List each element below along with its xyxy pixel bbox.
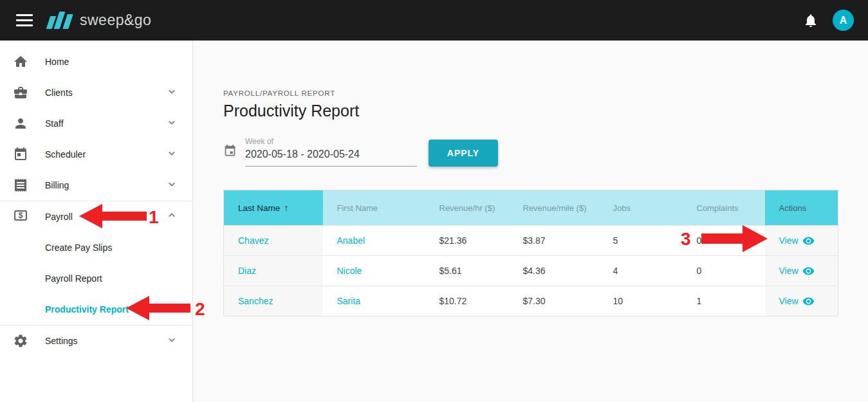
sidebar-item-label: Scheduler [45, 149, 86, 160]
topbar: sweep&go A [0, 0, 868, 41]
cell-revenue-hr: $10.72 [425, 286, 509, 316]
view-link[interactable]: View [779, 265, 815, 277]
sidebar-item-label: Create Pay Slips [45, 242, 112, 253]
cell-complaints: 0 [683, 256, 765, 286]
sort-ascending-icon: ↑ [284, 203, 288, 213]
sidebar-item-create-pay-slips[interactable]: Create Pay Slips [0, 232, 192, 263]
table-row: Diaz Nicole $5.61 $4.36 4 0 View [224, 256, 838, 286]
sidebar-item-label: Payroll Report [45, 273, 102, 284]
annotation-number-3: 3 [681, 229, 691, 250]
sidebar-item-label: Home [45, 57, 69, 67]
view-link[interactable]: View [779, 295, 815, 307]
eye-icon [802, 235, 815, 247]
apply-button[interactable]: APPLY [429, 140, 498, 167]
sidebar-item-settings[interactable]: Settings [0, 325, 192, 356]
breadcrumb: PAYROLL/PAYROLL REPORT [223, 89, 868, 97]
main-content: PAYROLL/PAYROLL REPORT Productivity Repo… [193, 41, 868, 402]
annotation-number-1: 1 [149, 207, 159, 228]
brand-name: sweep&go [80, 12, 151, 29]
chevron-up-icon [165, 209, 178, 224]
cell-first-name[interactable]: Sarita [323, 286, 425, 316]
cell-jobs: 10 [599, 286, 683, 316]
notifications-bell-icon[interactable] [803, 13, 818, 28]
logo-slashes-icon [48, 12, 73, 29]
column-header-first-name[interactable]: First Name [323, 190, 425, 226]
eye-icon [802, 265, 815, 277]
column-header-revenue-hr[interactable]: Revenue/hr ($) [425, 190, 509, 226]
cell-last-name[interactable]: Chavez [224, 226, 323, 256]
table-row: Sanchez Sarita $10.72 $7.30 10 1 View [224, 286, 838, 316]
chevron-down-icon [165, 147, 178, 162]
column-header-last-name[interactable]: Last Name↑ [224, 190, 323, 226]
sidebar-item-home[interactable]: Home [0, 46, 192, 77]
cell-revenue-mile: $7.30 [509, 286, 599, 316]
cell-actions: View [765, 226, 838, 256]
sidebar-item-payroll-report[interactable]: Payroll Report [0, 263, 192, 294]
sidebar-item-billing[interactable]: Billing [0, 170, 192, 201]
view-link[interactable]: View [779, 235, 815, 247]
cell-last-name[interactable]: Diaz [224, 256, 323, 286]
productivity-table: Last Name↑ First Name Revenue/hr ($) Rev… [223, 190, 838, 316]
annotation-number-2: 2 [195, 299, 205, 320]
eye-icon [802, 295, 815, 307]
sidebar-item-scheduler[interactable]: Scheduler [0, 139, 192, 170]
cell-first-name[interactable]: Nicole [323, 256, 425, 286]
cell-last-name[interactable]: Sanchez [224, 286, 323, 316]
home-icon [13, 54, 28, 69]
sidebar-item-label-active: Productivity Report [45, 304, 129, 315]
sidebar-item-label: Staff [45, 118, 64, 129]
sidebar-item-label: Billing [45, 180, 69, 190]
receipt-icon [13, 178, 28, 193]
column-header-actions: Actions [765, 190, 838, 226]
annotation-arrow-1-icon [79, 204, 147, 228]
sidebar-item-label: Clients [45, 87, 73, 98]
week-of-input[interactable]: Week of 2020-05-18 - 2020-05-24 [245, 137, 417, 167]
chevron-down-icon [165, 178, 178, 193]
column-header-complaints[interactable]: Complaints [683, 190, 765, 226]
table-header-row: Last Name↑ First Name Revenue/hr ($) Rev… [224, 190, 838, 226]
sidebar-item-clients[interactable]: Clients [0, 77, 192, 108]
menu-icon[interactable] [16, 11, 33, 30]
sidebar-item-label: Settings [45, 336, 78, 346]
cell-actions: View [765, 256, 838, 286]
week-of-value: 2020-05-18 - 2020-05-24 [245, 149, 417, 160]
annotation-arrow-3-icon [701, 225, 768, 252]
cell-actions: View [765, 286, 838, 316]
brand-logo: sweep&go [48, 12, 151, 29]
cell-revenue-hr: $21.36 [425, 226, 509, 256]
chevron-down-icon [165, 85, 178, 100]
cell-jobs: 5 [599, 226, 683, 256]
cell-revenue-hr: $5.61 [425, 256, 509, 286]
briefcase-icon [13, 85, 28, 100]
calendar-picker-icon[interactable] [223, 144, 237, 160]
person-icon [13, 116, 28, 131]
cell-complaints: 1 [683, 286, 765, 316]
cell-revenue-mile: $4.36 [509, 256, 599, 286]
payroll-dollar-icon: $ [13, 209, 28, 224]
gear-icon [13, 333, 28, 349]
chevron-down-icon [165, 333, 178, 349]
column-header-jobs[interactable]: Jobs [599, 190, 683, 226]
sidebar-item-staff[interactable]: Staff [0, 108, 192, 139]
cell-jobs: 4 [599, 256, 683, 286]
page-title: Productivity Report [223, 102, 868, 120]
chevron-down-icon [165, 116, 178, 131]
annotation-arrow-2-icon [126, 296, 190, 320]
avatar[interactable]: A [833, 10, 854, 31]
week-filter-row: Week of 2020-05-18 - 2020-05-24 APPLY [223, 137, 868, 167]
cell-revenue-mile: $3.87 [509, 226, 599, 256]
sidebar-item-label: Payroll [45, 212, 73, 222]
cell-first-name[interactable]: Anabel [323, 226, 425, 256]
week-of-label: Week of [245, 137, 417, 146]
column-header-revenue-mile[interactable]: Revenue/mile ($) [509, 190, 599, 226]
calendar-icon [13, 147, 28, 162]
